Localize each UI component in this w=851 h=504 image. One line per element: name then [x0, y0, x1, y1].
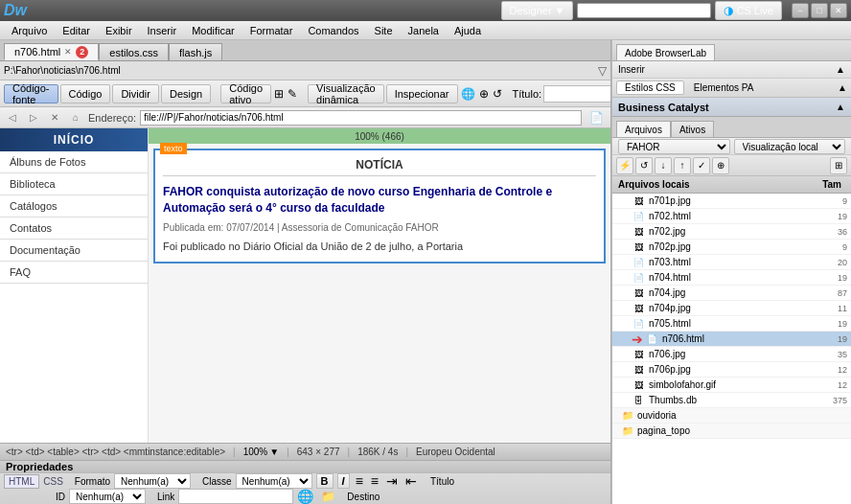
menu-editar[interactable]: Editar [55, 23, 98, 38]
bold-button[interactable]: B [316, 473, 334, 489]
menu-exibir[interactable]: Exibir [98, 23, 140, 38]
menu-formatar[interactable]: Formatar [242, 23, 301, 38]
file-row-n704[interactable]: 📄 n704.html 19 [612, 270, 851, 286]
file-row-n705[interactable]: 📄 n705.html 19 [612, 316, 851, 332]
nav-back-button[interactable]: ◁ [4, 110, 21, 126]
link-folder-icon[interactable]: 📁 [321, 490, 335, 503]
validate-icon[interactable]: ⊞ [273, 84, 285, 103]
menu-modificar[interactable]: Modificar [184, 23, 242, 38]
menu-arquivo[interactable]: Arquivo [4, 23, 55, 38]
bc-expand-icon[interactable]: ▲ [836, 102, 845, 112]
panel-expand-icon[interactable]: ▲ [838, 82, 847, 93]
inspecionar-button[interactable]: Inspecionar [386, 84, 458, 103]
address-input[interactable] [140, 110, 582, 126]
refresh-icon[interactable]: ↺ [492, 84, 503, 103]
css-tab[interactable]: CSS [43, 476, 63, 487]
page-content: 100% (466) texto NOTÍCIA FAHOR conquista… [149, 128, 610, 443]
list-icon-2[interactable]: ≡ [371, 473, 379, 489]
global-search-input[interactable] [577, 3, 711, 18]
nav-forward-button[interactable]: ▷ [25, 110, 42, 126]
codigo-ativo-button[interactable]: Código ativo [220, 84, 271, 103]
tab-pa-elements[interactable]: Elementos PA [686, 81, 762, 94]
vis-dinamica-button[interactable]: Visualização dinâmica [308, 84, 384, 103]
file-row-n702p[interactable]: 🖼 n702p.jpg 9 [612, 240, 851, 255]
tab-n706-label: n706.html [14, 46, 60, 57]
folder-pagina-topo[interactable]: 📁 pagina_topo [612, 424, 851, 439]
classe-dropdown[interactable]: Nenhum(a) [236, 473, 312, 489]
tab-browserlab[interactable]: Adobe BrowserLab [616, 44, 715, 60]
file-row-thumbs[interactable]: 🗄 Thumbs.db 375 [612, 393, 851, 408]
tab-css-styles[interactable]: Estilos CSS [616, 80, 684, 95]
zoom-in-icon[interactable]: ⊕ [478, 84, 490, 103]
folder-ouvidoria[interactable]: 📁 ouvidoria [612, 408, 851, 424]
formato-dropdown[interactable]: Nenhum(a) [114, 473, 191, 489]
file-row-n702[interactable]: 📄 n702.html 19 [612, 209, 851, 224]
cs-live-button[interactable]: ◑ CS Live [715, 1, 782, 20]
nav-item-documentacao[interactable]: Documentação [0, 240, 148, 262]
id-dropdown[interactable]: Nenhum(a) [69, 489, 146, 504]
file-row-n703[interactable]: 📄 n703.html 20 [612, 255, 851, 270]
nav-item-faq[interactable]: FAQ [0, 262, 148, 284]
content-box[interactable]: texto NOTÍCIA FAHOR conquista autorizaçã… [153, 149, 606, 263]
outdent-icon[interactable]: ⇤ [405, 473, 417, 489]
browser-check-icon[interactable]: ✎ [287, 84, 298, 103]
codigo-fonte-button[interactable]: Código-fonte [4, 84, 58, 103]
tab-estilos-css[interactable]: estilos.css [99, 43, 169, 60]
menu-ajuda[interactable]: Ajuda [447, 23, 489, 38]
nav-item-catalogos[interactable]: Catálogos [0, 195, 148, 218]
tab-ativos[interactable]: Ativos [671, 121, 714, 137]
tab-arquivos[interactable]: Arquivos [616, 121, 671, 137]
zoom-control[interactable]: 100% ▼ [243, 447, 279, 457]
minimize-button[interactable]: − [792, 3, 809, 18]
expand-panel-button[interactable]: ⊞ [830, 157, 847, 174]
menu-comandos[interactable]: Comandos [300, 23, 366, 38]
maximize-button[interactable]: □ [811, 3, 828, 18]
tab-n706-close[interactable]: ✕ [64, 47, 72, 57]
link-input[interactable] [178, 489, 293, 504]
nav-item-contatos[interactable]: Contatos [0, 218, 148, 240]
dividir-button[interactable]: Dividir [112, 84, 159, 103]
connect-button[interactable]: ⚡ [616, 157, 633, 174]
site-dropdown[interactable]: FAHOR [618, 139, 730, 154]
file-row-n706[interactable]: ➔ 📄 n706.html 19 [612, 332, 851, 347]
file-row-n701p[interactable]: 🖼 n701p.jpg 9 [612, 194, 851, 209]
inserir-row: Inserir ▲ [612, 61, 851, 79]
link-globe-icon[interactable]: 🌐 [297, 489, 313, 504]
refresh-button[interactable]: ↺ [635, 157, 653, 174]
list-icon-1[interactable]: ≡ [356, 473, 363, 489]
design-button[interactable]: Design [161, 84, 211, 103]
nav-home-button[interactable]: ⌂ [67, 110, 84, 126]
view-dropdown[interactable]: Visualização local [734, 139, 846, 154]
codigo-button[interactable]: Código [60, 84, 111, 103]
browse-file-icon[interactable]: 📄 [586, 108, 607, 127]
italic-button[interactable]: I [337, 473, 350, 489]
tab-n706[interactable]: n706.html ✕ 2 [4, 43, 99, 60]
file-icon-html: 📄 [632, 271, 645, 285]
checkout-button[interactable]: ✓ [693, 157, 710, 174]
nav-item-biblioteca[interactable]: Biblioteca [0, 173, 148, 195]
file-row-n702-jpg[interactable]: 🖼 n702.jpg 36 [612, 224, 851, 240]
filter-icon[interactable]: ▽ [598, 64, 607, 78]
checkin-button[interactable]: ⊕ [712, 157, 729, 174]
globe-icon[interactable]: 🌐 [460, 84, 476, 103]
close-button[interactable]: ✕ [830, 3, 847, 18]
menu-inserir[interactable]: Inserir [140, 23, 185, 38]
indent-icon[interactable]: ⇥ [386, 473, 398, 489]
file-icon-img: 🖼 [632, 225, 645, 239]
put-button[interactable]: ↑ [674, 157, 691, 174]
file-row-n706p[interactable]: 🖼 n706p.jpg 12 [612, 362, 851, 378]
workspace-dropdown[interactable]: Designer ▼ [501, 1, 574, 20]
file-row-n704-jpg[interactable]: 🖼 n704.jpg 87 [612, 286, 851, 301]
menu-site[interactable]: Site [367, 23, 401, 38]
inserir-expand-icon[interactable]: ▲ [836, 64, 845, 75]
menu-janela[interactable]: Janela [401, 23, 447, 38]
nav-item-albuns[interactable]: Álbuns de Fotos [0, 151, 148, 173]
get-button[interactable]: ↓ [655, 157, 672, 174]
file-row-n704p[interactable]: 🖼 n704p.jpg 11 [612, 301, 851, 316]
file-row-n706-jpg[interactable]: 🖼 n706.jpg 35 [612, 347, 851, 362]
tab-flash-js[interactable]: flash.js [169, 43, 222, 60]
nav-stop-button[interactable]: ✕ [46, 110, 63, 126]
html-tab[interactable]: HTML [4, 474, 39, 489]
title-input[interactable] [543, 85, 611, 103]
file-row-simbolofahor[interactable]: 🖼 simbolofahor.gif 12 [612, 378, 851, 393]
